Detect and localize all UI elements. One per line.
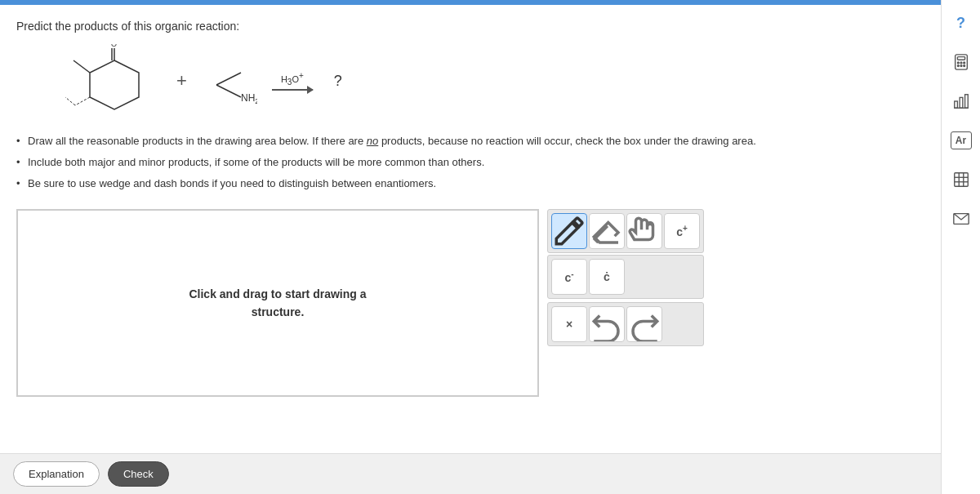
svg-line-5 — [75, 97, 90, 105]
svg-line-4 — [74, 60, 90, 73]
tools-panel: c+ c- ċ × — [547, 209, 704, 481]
drawing-placeholder: Click and drag to start drawing a struct… — [189, 285, 366, 322]
svg-marker-0 — [90, 60, 139, 109]
bottom-footer: Explanation Check — [0, 453, 941, 494]
hand-tool-button[interactable] — [626, 213, 662, 249]
tools-row-mid: c- ċ — [547, 255, 704, 299]
cplus-tool-button[interactable]: c+ — [664, 213, 700, 249]
chart-icon[interactable] — [948, 88, 974, 114]
ar-icon[interactable]: Ar — [948, 127, 974, 154]
cyclohexanone-molecule: O — [65, 44, 163, 118]
content-area: Predict the products of this organic rea… — [0, 0, 941, 494]
svg-point-17 — [963, 65, 964, 67]
nh2-molecule: NH2 — [200, 56, 257, 105]
calculator-icon[interactable] — [948, 49, 974, 75]
eraser-tool-button[interactable] — [589, 213, 625, 249]
instruction-1: Draw all the reasonable products in the … — [16, 132, 924, 150]
cdot-tool-button[interactable]: ċ — [589, 259, 625, 295]
draw-tool-button[interactable] — [551, 213, 587, 249]
svg-line-6 — [65, 97, 75, 105]
svg-point-12 — [957, 62, 959, 64]
svg-rect-22 — [954, 173, 968, 187]
svg-point-16 — [960, 65, 962, 67]
instructions-list: Draw all the reasonable products in the … — [16, 132, 924, 196]
instruction-2: Include both major and minor products, i… — [16, 154, 924, 171]
help-icon[interactable]: ? — [948, 10, 974, 36]
question-mark: ? — [334, 73, 342, 90]
reagent-label: H3O+ — [281, 71, 304, 87]
tools-row-top: c+ — [547, 209, 704, 253]
svg-point-15 — [957, 65, 959, 67]
svg-rect-19 — [960, 97, 963, 108]
redo-tool-button[interactable] — [626, 306, 662, 342]
reaction-arrow — [272, 89, 313, 91]
mail-icon[interactable] — [948, 206, 974, 232]
svg-text:O: O — [111, 44, 117, 48]
svg-rect-11 — [957, 57, 964, 60]
drawing-canvas[interactable]: Click and drag to start drawing a struct… — [16, 209, 539, 397]
undo-tool-button[interactable] — [589, 306, 625, 342]
check-button[interactable]: Check — [108, 461, 169, 487]
right-sidebar: ? Ar — [941, 0, 980, 494]
top-bar — [0, 0, 941, 5]
reaction-area: O + NH2 H3O+ ? — [65, 44, 924, 118]
question-title: Predict the products of this organic rea… — [16, 20, 924, 33]
svg-point-14 — [963, 62, 964, 64]
table-icon[interactable] — [948, 167, 974, 193]
tools-row-bottom: × — [547, 302, 704, 346]
svg-point-13 — [960, 62, 962, 64]
clear-tool-button[interactable]: × — [551, 306, 587, 342]
instruction-3: Be sure to use wedge and dash bonds if y… — [16, 175, 924, 193]
svg-line-8 — [216, 85, 241, 97]
svg-line-7 — [216, 73, 241, 85]
svg-text:NH2: NH2 — [241, 92, 257, 105]
reagent-area: H3O+ — [272, 71, 313, 91]
explanation-button[interactable]: Explanation — [13, 461, 100, 487]
no-italic: no — [367, 135, 378, 147]
svg-rect-20 — [964, 95, 968, 109]
drawing-section: Click and drag to start drawing a struct… — [16, 209, 924, 481]
plus-sign: + — [176, 70, 187, 91]
cminus-tool-button[interactable]: c- — [551, 259, 587, 295]
svg-rect-18 — [954, 101, 957, 108]
